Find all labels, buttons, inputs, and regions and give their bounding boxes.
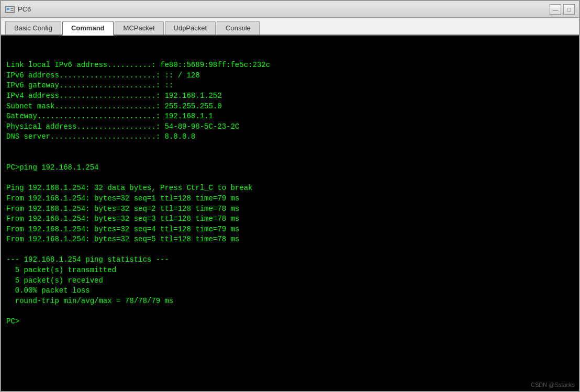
console-line: From 192.168.1.254: bytes=32 seq=4 ttl=1… <box>6 225 574 235</box>
console-line: IPv4 address......................: 192.… <box>6 91 574 102</box>
console-line: 0.00% packet loss <box>6 286 574 296</box>
console-line: 5 packet(s) transmitted <box>6 265 574 276</box>
window-icon <box>5 5 15 14</box>
console-line <box>6 153 574 163</box>
minimize-button[interactable]: — <box>550 4 561 15</box>
console-line <box>6 142 574 153</box>
console-line: From 192.168.1.254: bytes=32 seq=1 ttl=1… <box>6 194 574 204</box>
console-line: Link local IPv6 address..........: fe80:… <box>6 60 574 71</box>
tab-basic-config[interactable]: Basic Config <box>5 21 61 35</box>
console-line: Ping 192.168.1.254: 32 data bytes, Press… <box>6 183 574 194</box>
console-line: PC> <box>6 317 574 327</box>
console-line: --- 192.168.1.254 ping statistics --- <box>6 255 574 265</box>
console-line: PC>ping 192.168.1.254 <box>6 163 574 173</box>
tab-bar: Basic ConfigCommandMCPacketUdpPacketCons… <box>1 18 579 36</box>
console-output[interactable]: Link local IPv6 address..........: fe80:… <box>1 36 579 391</box>
maximize-button[interactable]: □ <box>563 4 575 15</box>
console-line: round-trip min/avg/max = 78/78/79 ms <box>6 296 574 307</box>
tab-udppacket[interactable]: UdpPacket <box>165 21 216 35</box>
svg-rect-3 <box>10 10 13 11</box>
console-line: Gateway...........................: 192.… <box>6 111 574 122</box>
console-line: From 192.168.1.254: bytes=32 seq=2 ttl=1… <box>6 204 574 215</box>
console-line: Subnet mask.......................: 255.… <box>6 102 574 112</box>
svg-rect-1 <box>7 8 9 10</box>
console-line: From 192.168.1.254: bytes=32 seq=5 ttl=1… <box>6 234 574 245</box>
tab-command[interactable]: Command <box>62 21 114 36</box>
console-line: Physical address..................: 54-8… <box>6 122 574 132</box>
tab-mcpacket[interactable]: MCPacket <box>115 21 164 35</box>
console-line: From 192.168.1.254: bytes=32 seq=3 ttl=1… <box>6 214 574 225</box>
console-line <box>6 173 574 184</box>
console-line: DNS server........................: 8.8.… <box>6 132 574 142</box>
console-line <box>6 306 574 317</box>
console-line: IPv6 address......................: :: /… <box>6 71 574 81</box>
console-line: IPv6 gateway......................: :: <box>6 81 574 91</box>
tab-console[interactable]: Console <box>217 21 260 35</box>
window-controls: — □ <box>550 4 575 15</box>
svg-rect-2 <box>10 8 13 9</box>
watermark: CSDN @Sstacks <box>531 382 575 388</box>
window-title: PC6 <box>18 5 31 13</box>
console-line: 5 packet(s) received <box>6 276 574 286</box>
title-bar: PC6 — □ <box>1 1 579 18</box>
console-line <box>6 245 574 255</box>
